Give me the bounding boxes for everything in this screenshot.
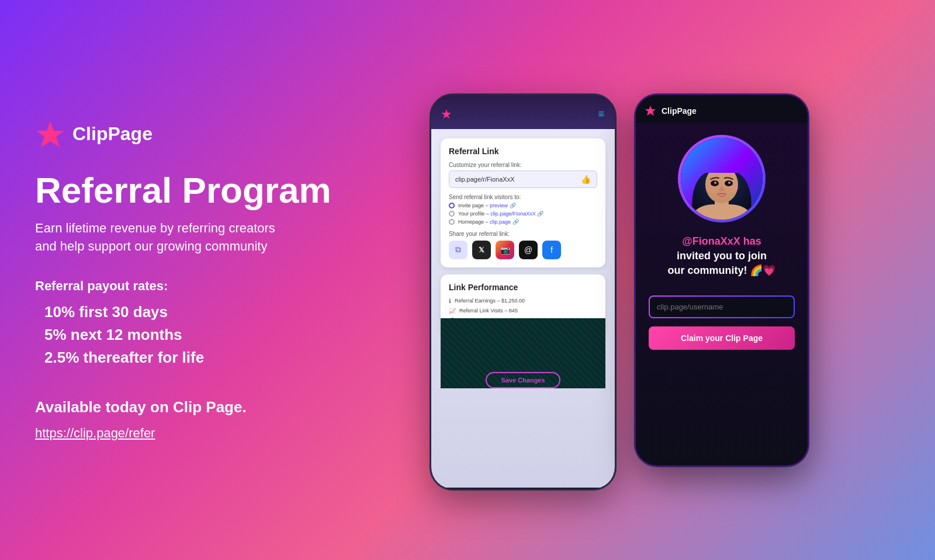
save-btn-area: Save Changes bbox=[441, 343, 605, 388]
radio-link-1[interactable]: preview 🔗 bbox=[490, 203, 516, 208]
svg-point-9 bbox=[728, 182, 730, 184]
claim-button[interactable]: Claim your Clip Page bbox=[649, 326, 795, 350]
phone2-star-icon bbox=[644, 105, 657, 117]
referral-input-text: clip.page/r/FionaXxX bbox=[455, 176, 515, 183]
phone1-star-icon: ★ bbox=[441, 107, 452, 122]
radio-item-1[interactable]: Invite page – preview 🔗 bbox=[449, 203, 597, 208]
logo-text: ClipPage bbox=[72, 123, 153, 145]
earnings-icon: ℹ bbox=[449, 298, 451, 304]
hero-title: Referral Program bbox=[35, 171, 339, 210]
payout-item-2: 5% next 12 months bbox=[35, 324, 339, 346]
phone-1-body: Referral Link Customize your referral li… bbox=[431, 129, 615, 488]
avatar-container bbox=[678, 135, 766, 222]
visits-text: Referral Link Visits – 845 bbox=[459, 308, 518, 314]
perf-visits: 📈 Referral Link Visits – 845 bbox=[449, 308, 597, 314]
share-x-btn[interactable]: 𝕏 bbox=[472, 241, 491, 259]
hero-subtitle: Earn lifetime revenue by referring creat… bbox=[35, 220, 339, 256]
radio-dot-2[interactable] bbox=[449, 211, 455, 217]
radio-label-3: Homepage – clip.page 🔗 bbox=[458, 219, 519, 225]
svg-point-8 bbox=[714, 182, 716, 184]
perf-earnings: ℹ Referral Earnings – $1,250.00 bbox=[449, 298, 597, 304]
logo-area: ClipPage bbox=[35, 119, 339, 149]
referral-link-card: Referral Link Customize your referral li… bbox=[441, 138, 605, 267]
referral-url-text[interactable]: https://clip.page/refer bbox=[35, 426, 339, 441]
earnings-text: Referral Earnings – $1,250.00 bbox=[455, 298, 525, 304]
username-input[interactable] bbox=[650, 297, 794, 317]
send-label: Send referral link visitors to: bbox=[449, 194, 597, 200]
payout-title: Referral payout rates: bbox=[35, 279, 339, 294]
share-instagram-btn[interactable]: 📷 bbox=[496, 241, 514, 259]
referral-card-title: Referral Link bbox=[449, 147, 597, 156]
radio-dot-3[interactable] bbox=[449, 219, 455, 225]
share-icons: ⧉ 𝕏 📷 @ f bbox=[449, 241, 597, 259]
phones-area: ★ ≡ Referral Link Customize your referra… bbox=[339, 70, 900, 491]
radio-link-2[interactable]: clip.page/FionaXxX 🔗 bbox=[490, 211, 543, 217]
radio-link-3[interactable]: clip.page 🔗 bbox=[490, 219, 519, 225]
main-container: ClipPage Referral Program Earn lifetime … bbox=[0, 0, 935, 560]
svg-point-11 bbox=[729, 186, 738, 192]
available-text: Available today on Clip Page. bbox=[35, 398, 339, 416]
phone-1-header: ★ ≡ bbox=[431, 95, 615, 129]
invite-line-2: invited you to join bbox=[677, 250, 767, 262]
phone-2: ClipPage bbox=[634, 93, 809, 467]
radio-group: Invite page – preview 🔗 Your profile – c… bbox=[449, 203, 597, 225]
phone2-logo: ClipPage bbox=[662, 106, 697, 116]
payout-section: Referral payout rates: 10% first 30 days… bbox=[35, 279, 339, 369]
svg-marker-1 bbox=[645, 106, 656, 116]
radio-label-2: Your profile – clip.page/FionaXxX 🔗 bbox=[458, 211, 543, 217]
radio-label-1: Invite page – preview 🔗 bbox=[458, 203, 516, 208]
hamburger-icon[interactable]: ≡ bbox=[598, 108, 605, 120]
share-threads-btn[interactable]: @ bbox=[519, 241, 538, 259]
username-input-area[interactable] bbox=[649, 295, 795, 318]
payout-item-1: 10% first 30 days bbox=[35, 301, 339, 324]
phone-2-body: @FionaXxX has invited you to join our co… bbox=[636, 123, 808, 463]
payout-item-3: 2.5% thereafter for life bbox=[35, 346, 339, 369]
phone2-logo-text: ClipPage bbox=[662, 106, 697, 116]
copy-icon[interactable]: 👍 bbox=[581, 175, 591, 184]
customize-label: Customize your referral link: bbox=[449, 162, 597, 168]
performance-card-title: Link Performance bbox=[449, 283, 597, 292]
visits-icon: 📈 bbox=[449, 308, 456, 314]
avatar-ring bbox=[678, 135, 766, 222]
avatar-inner bbox=[681, 138, 763, 220]
share-facebook-btn[interactable]: f bbox=[542, 241, 561, 259]
share-copy-btn[interactable]: ⧉ bbox=[449, 241, 468, 259]
svg-point-10 bbox=[705, 186, 715, 192]
phone-2-header: ClipPage bbox=[636, 95, 808, 123]
avatar-image bbox=[681, 138, 763, 220]
share-label: Share your referral link: bbox=[449, 231, 597, 237]
svg-marker-0 bbox=[36, 121, 64, 147]
radio-item-2[interactable]: Your profile – clip.page/FionaXxX 🔗 bbox=[449, 211, 597, 217]
radio-item-3[interactable]: Homepage – clip.page 🔗 bbox=[449, 219, 597, 225]
invite-text: @FionaXxX has invited you to join our co… bbox=[656, 234, 787, 279]
invite-username: @FionaXxX has bbox=[682, 235, 761, 247]
radio-dot-1[interactable] bbox=[449, 203, 455, 208]
save-changes-button[interactable]: Save Changes bbox=[486, 372, 560, 388]
referral-input-field[interactable]: clip.page/r/FionaXxX 👍 bbox=[449, 171, 597, 188]
phone-1: ★ ≡ Referral Link Customize your referra… bbox=[430, 93, 617, 491]
left-panel: ClipPage Referral Program Earn lifetime … bbox=[35, 119, 339, 441]
logo-star-icon bbox=[35, 119, 65, 149]
invite-line-3: our community! 🌈💗 bbox=[667, 265, 775, 276]
